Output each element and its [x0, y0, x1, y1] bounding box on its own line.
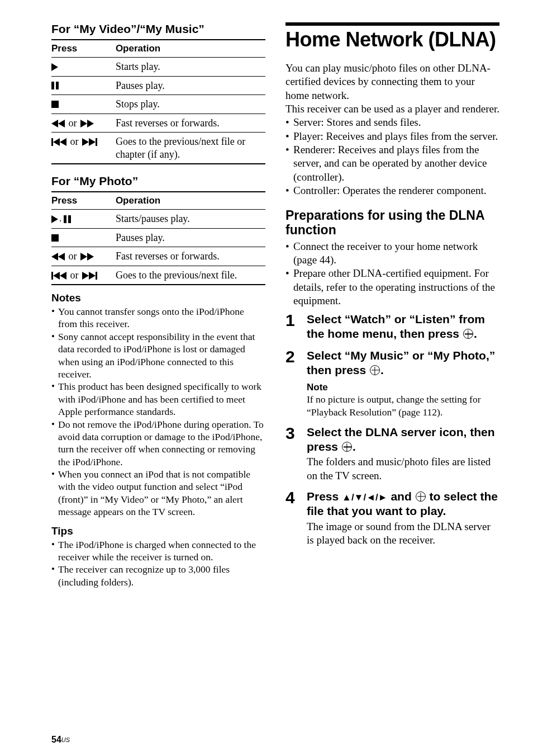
op-text: Pauses play.	[116, 228, 265, 247]
prep-item: Prepare other DLNA-certified equipment. …	[285, 267, 499, 308]
step-heading: Press ▲/▼/◄/► and to select the file tha…	[307, 489, 499, 519]
th-press: Press	[51, 40, 116, 58]
step-body: The folders and music/photo files are li…	[307, 455, 499, 483]
op-text: Goes to the previous/next file.	[116, 266, 265, 285]
th-operation: Operation	[116, 40, 265, 58]
or-text: or	[68, 136, 81, 147]
preparations-heading: Preparations for using the DLNA function	[285, 209, 499, 238]
step-item: 1 Select “Watch” or “Listen” from the ho…	[285, 312, 499, 342]
op-text: Pauses play.	[116, 76, 265, 95]
rewind-icon	[51, 251, 65, 262]
enter-icon	[416, 492, 426, 502]
step-body: The image or sound from the DLNA server …	[307, 520, 499, 547]
step-heading: Select “Watch” or “Listen” from the home…	[307, 312, 499, 342]
enter-icon	[463, 329, 473, 339]
step-number: 4	[285, 489, 298, 547]
op-text: Goes to the previous/next file or chapte…	[116, 133, 265, 164]
play-icon	[51, 61, 59, 72]
fast-forward-icon	[80, 117, 94, 128]
dpad-arrows-icon: ▲/▼/◄/►	[342, 492, 387, 503]
op-text: Starts/pauses play.	[116, 210, 265, 229]
step-number: 1	[285, 312, 298, 342]
page-region: US	[61, 736, 70, 743]
tips-list: The iPod/iPhone is charged when connecte…	[51, 538, 265, 589]
page-title: Home Network (DLNA)	[285, 28, 499, 51]
role-item: Controller: Operates the renderer compon…	[285, 184, 499, 197]
role-item: Server: Stores and sends files.	[285, 116, 499, 129]
stop-icon	[51, 232, 59, 243]
prep-item: Connect the receiver to your home networ…	[285, 240, 499, 267]
step-heading: Select the DLNA server icon, then press …	[307, 425, 499, 455]
table-my-photo: Press Operation , Starts/pauses play. Pa…	[51, 191, 265, 285]
op-text: Stops play.	[116, 95, 265, 114]
role-item: Renderer: Receives and plays files from …	[285, 143, 499, 184]
th-operation: Operation	[116, 192, 265, 210]
intro-text: You can play music/photo files on other …	[285, 62, 499, 116]
tips-heading: Tips	[51, 525, 265, 537]
pause-icon	[64, 213, 72, 224]
stop-icon	[51, 98, 59, 109]
play-icon	[51, 213, 59, 224]
notes-heading: Notes	[51, 292, 265, 304]
op-text: Starts play.	[116, 58, 265, 77]
step-note-heading: Note	[307, 382, 499, 393]
note-item: You cannot transfer songs onto the iPod/…	[51, 305, 265, 330]
note-item: Do not remove the iPod/iPhone during ope…	[51, 418, 265, 469]
step-heading: Select “My Music” or “My Photo,” then pr…	[307, 348, 499, 378]
pause-icon	[51, 80, 59, 91]
enter-icon	[370, 365, 380, 375]
previous-icon	[51, 136, 66, 147]
op-text: Fast reverses or forwards.	[116, 114, 265, 133]
tip-item: The iPod/iPhone is charged when connecte…	[51, 538, 265, 564]
heading-my-video-music: For “My Video”/“My Music”	[51, 22, 265, 36]
notes-list: You cannot transfer songs onto the iPod/…	[51, 305, 265, 518]
op-text: Fast reverses or forwards.	[116, 247, 265, 266]
step-item: 2 Select “My Music” or “My Photo,” then …	[285, 348, 499, 418]
step-item: 4 Press ▲/▼/◄/► and to select the file t…	[285, 489, 499, 547]
fast-forward-icon	[80, 251, 94, 262]
step-number: 3	[285, 425, 298, 483]
note-item: When you connect an iPod that is not com…	[51, 468, 265, 518]
step-item: 3 Select the DLNA server icon, then pres…	[285, 425, 499, 483]
page-number: 54	[51, 735, 61, 744]
previous-icon	[51, 270, 66, 280]
next-icon	[82, 136, 97, 147]
table-my-video-music: Press Operation Starts play. Pauses play…	[51, 39, 265, 164]
note-item: Sony cannot accept responsibility in the…	[51, 330, 265, 381]
tip-item: The receiver can recognize up to 3,000 f…	[51, 563, 265, 588]
or-text: or	[66, 251, 79, 262]
heading-my-photo: For “My Photo”	[51, 174, 265, 188]
enter-icon	[342, 442, 352, 452]
steps-list: 1 Select “Watch” or “Listen” from the ho…	[285, 312, 499, 547]
or-text: or	[68, 270, 81, 281]
prep-list: Connect the receiver to your home networ…	[285, 240, 499, 308]
th-press: Press	[51, 192, 116, 210]
page-footer: 54US	[51, 735, 499, 745]
next-icon	[82, 270, 97, 280]
role-item: Player: Receives and plays files from th…	[285, 130, 499, 143]
note-item: This product has been designed specifica…	[51, 380, 265, 418]
rewind-icon	[51, 117, 65, 128]
step-note: If no picture is output, change the sett…	[307, 393, 499, 418]
roles-list: Server: Stores and sends files. Player: …	[285, 116, 499, 197]
section-rule	[285, 22, 499, 26]
step-number: 2	[285, 348, 298, 418]
or-text: or	[66, 117, 79, 129]
